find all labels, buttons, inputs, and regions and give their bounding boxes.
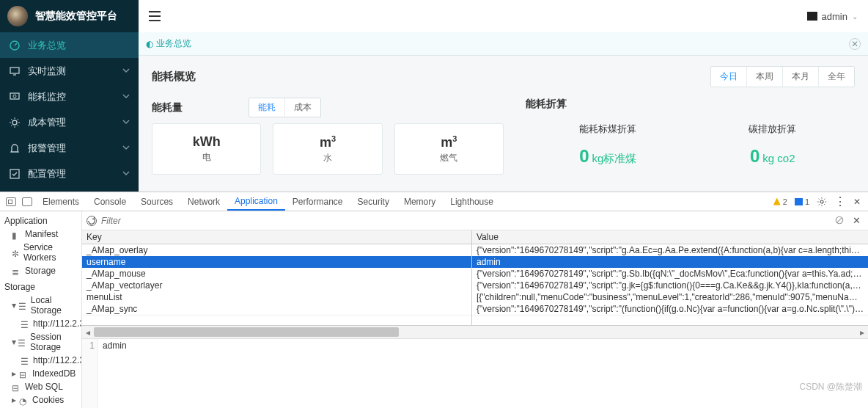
nav-item-energy[interactable]: 能耗监控: [0, 84, 139, 109]
tree-websql[interactable]: ⊟Web SQL: [0, 380, 81, 393]
tab-application[interactable]: Application: [227, 192, 285, 211]
range-today[interactable]: 今日: [711, 67, 746, 87]
delete-icon[interactable]: ✕: [850, 215, 864, 226]
svg-rect-1: [10, 68, 19, 73]
col-header-value[interactable]: Value: [472, 230, 868, 244]
user-menu[interactable]: admin ⌄: [807, 11, 858, 22]
tab-security[interactable]: Security: [350, 192, 397, 211]
more-icon[interactable]: ⋮: [834, 197, 846, 207]
fold-coal: 能耗标煤折算 0kg标准煤: [534, 117, 681, 167]
fold-label: 能耗标煤折算: [534, 123, 681, 136]
tree-service-workers[interactable]: ✼Service Workers: [0, 241, 81, 264]
nav-item-alarm[interactable]: 报警管理: [0, 135, 139, 161]
refresh-icon[interactable]: [87, 216, 97, 226]
tab-lighthouse[interactable]: Lighthouse: [443, 192, 501, 211]
grid-key[interactable]: menuList: [82, 291, 471, 303]
line-number: 1: [82, 339, 98, 408]
nav-item-realtime[interactable]: 实时监测: [0, 58, 139, 84]
grid-value[interactable]: {"version":"1649670278149","script":"(fu…: [472, 303, 868, 315]
chevron-right-icon: ▸: [12, 368, 18, 379]
tree-local-origin[interactable]: ☰http://112.2.3: [0, 317, 81, 330]
range-year[interactable]: 全年: [818, 67, 854, 87]
svg-rect-5: [10, 170, 19, 178]
close-devtools-icon[interactable]: ✕: [853, 197, 861, 207]
db-icon: ⊟: [19, 370, 28, 377]
scroll-thumb[interactable]: [94, 327, 399, 337]
range-week[interactable]: 本周: [746, 67, 782, 87]
application-tree: Application ▮Manifest ✼Service Workers ≣…: [0, 211, 82, 408]
chevron-down-icon: [122, 65, 130, 76]
col-header-key[interactable]: Key: [82, 230, 471, 244]
metric-unit: kWh: [193, 134, 221, 150]
settings-icon[interactable]: [817, 197, 827, 207]
tree-storage[interactable]: ≣Storage: [0, 264, 81, 277]
grid-key[interactable]: _AMap_vectorlayer: [82, 280, 471, 291]
tree-manifest[interactable]: ▮Manifest: [0, 227, 81, 241]
user-name: admin: [822, 11, 847, 22]
tab-memory[interactable]: Memory: [397, 192, 443, 211]
tree-session-storage[interactable]: ▾☰Session Storage: [0, 330, 81, 354]
alarm-icon: [9, 142, 21, 154]
db-icon: ☰: [18, 302, 26, 309]
nav-item-overview[interactable]: 业务总览: [0, 32, 139, 58]
chevron-down-icon: ▾: [12, 300, 17, 310]
chevron-down-icon: ▾: [12, 337, 16, 347]
info-badge[interactable]: 1: [795, 197, 809, 206]
grid-key[interactable]: _AMap_sync: [82, 303, 471, 315]
nav-label: 业务总览: [28, 39, 66, 52]
tab-performance[interactable]: Performance: [285, 192, 350, 211]
grid-key[interactable]: _AMap_overlay: [82, 244, 471, 256]
scroll-left-icon[interactable]: ◂: [82, 327, 94, 338]
file-icon: ▮: [12, 230, 21, 238]
tab-network[interactable]: Network: [180, 192, 227, 211]
group-storage: Storage: [0, 277, 81, 294]
toggle-cost[interactable]: 成本: [284, 98, 320, 117]
tab-console[interactable]: Console: [87, 192, 133, 211]
grid-value[interactable]: [{"children":null,"menuCode":"business",…: [472, 291, 868, 303]
tree-indexeddb[interactable]: ▸⊟IndexedDB: [0, 367, 81, 380]
tree-local-storage[interactable]: ▾☰Local Storage: [0, 294, 81, 317]
inspect-icon[interactable]: [6, 197, 16, 206]
fold-value: 0: [750, 146, 760, 166]
tab-close-button[interactable]: ✕: [849, 38, 861, 50]
range-month[interactable]: 本月: [782, 67, 818, 87]
grid-value[interactable]: {"version":"1649670278149","script":"g.S…: [472, 268, 868, 280]
grid-scrollbar[interactable]: ◂ ▸: [82, 326, 868, 338]
grid-key[interactable]: username: [82, 256, 471, 268]
consume-toggle: 能耗 成本: [249, 98, 321, 117]
clear-all-icon[interactable]: [835, 216, 845, 226]
nav-label: 报警管理: [28, 142, 66, 155]
origin-icon: ☰: [21, 357, 29, 364]
tab-sources[interactable]: Sources: [133, 192, 180, 211]
metric-label: 电: [202, 151, 211, 164]
toggle-energy[interactable]: 能耗: [249, 98, 284, 117]
tab-elements[interactable]: Elements: [35, 192, 87, 211]
grid-key[interactable]: _AMap_mouse: [82, 268, 471, 280]
tree-cookies[interactable]: ▸◔Cookies: [0, 393, 81, 407]
grid-value[interactable]: {"version":"1649670278149","script":"g.A…: [472, 244, 868, 256]
chevron-down-icon: [122, 142, 130, 153]
origin-icon: ☰: [21, 320, 29, 327]
value-text[interactable]: admin: [98, 339, 131, 408]
device-toggle-icon[interactable]: [22, 197, 32, 206]
grid-value[interactable]: admin: [472, 256, 868, 268]
warning-badge[interactable]: 2: [773, 197, 787, 206]
menu-toggle-button[interactable]: [149, 11, 161, 21]
svg-rect-2: [10, 93, 19, 99]
grid-value[interactable]: {"version":"1649670278149","script":"g.j…: [472, 280, 868, 291]
metric-label: 水: [323, 152, 332, 164]
topbar: admin ⌄: [139, 0, 868, 32]
group-application: Application: [0, 211, 81, 227]
brand: 智慧能效管控平台: [0, 0, 139, 32]
tree-session-origin[interactable]: ☰http://112.2.3: [0, 354, 81, 367]
nav-label: 实时监测: [28, 65, 66, 78]
fold-unit: kg标准煤: [592, 152, 637, 164]
filter-input[interactable]: [101, 216, 831, 226]
tabbar: ◐ 业务总览 ✕: [139, 32, 868, 56]
db-icon: ☰: [18, 338, 26, 346]
nav-item-cost[interactable]: 成本管理: [0, 109, 139, 135]
tab-overview[interactable]: ◐ 业务总览: [146, 37, 191, 50]
devtools-tabstrip: Elements Console Sources Network Applica…: [0, 192, 868, 211]
nav-item-config[interactable]: 配置管理: [0, 161, 139, 186]
scroll-right-icon[interactable]: ▸: [856, 327, 868, 338]
